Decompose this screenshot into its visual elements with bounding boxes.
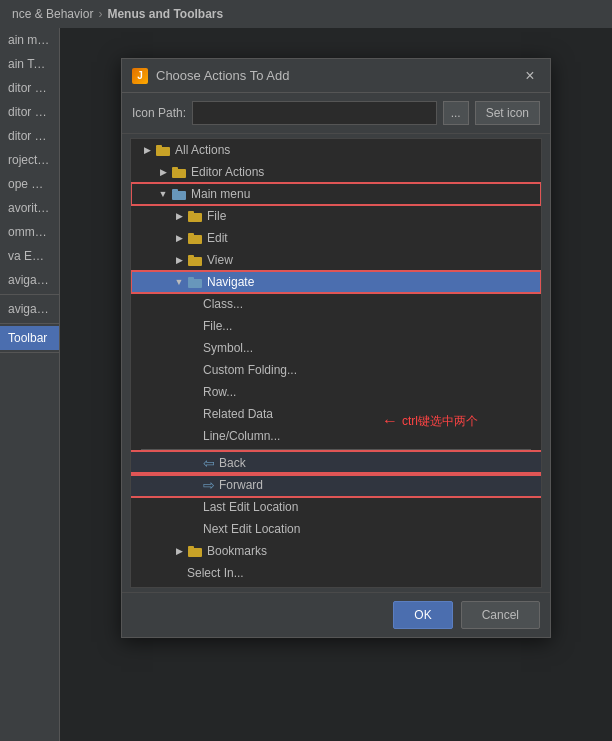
svg-rect-3	[172, 167, 178, 170]
close-button[interactable]: ×	[520, 66, 540, 86]
tree-item-file-item[interactable]: File...	[131, 315, 541, 337]
sidebar-item-1[interactable]: ain Toolb	[0, 52, 59, 76]
tree-item-next-edit[interactable]: Next Edit Location	[131, 518, 541, 540]
breadcrumb: nce & Behavior › Menus and Toolbars	[0, 0, 612, 28]
spacer	[189, 457, 201, 469]
sidebar-item-5[interactable]: roject Vie	[0, 148, 59, 172]
icon-path-input[interactable]	[192, 101, 437, 125]
tree-item-label: All Actions	[175, 143, 230, 157]
tree-item-forward[interactable]: ⇨ Forward	[131, 474, 541, 496]
folder-icon	[171, 164, 187, 180]
spacer	[189, 342, 201, 354]
svg-rect-7	[188, 211, 194, 214]
expand-arrow: ▼	[173, 276, 185, 288]
folder-icon	[171, 186, 187, 202]
tree-item-main-menu[interactable]: ▼ Main menu	[131, 183, 541, 205]
dialog-titlebar: J Choose Actions To Add ×	[122, 59, 550, 93]
sidebar-divider-2	[0, 323, 59, 324]
svg-rect-15	[188, 546, 194, 549]
tree-item-view[interactable]: ▶ View	[131, 249, 541, 271]
tree-item-label: Forward	[219, 478, 263, 492]
tree-item-row[interactable]: Row...	[131, 381, 541, 403]
sidebar-item-4[interactable]: ditor Tab	[0, 124, 59, 148]
svg-rect-2	[172, 169, 186, 178]
sidebar-item-7[interactable]: avorites V	[0, 196, 59, 220]
tree-item-line-column[interactable]: Line/Column...	[131, 425, 541, 447]
sidebar-item-3[interactable]: ditor Gut	[0, 100, 59, 124]
svg-rect-12	[188, 279, 202, 288]
sidebar-item-6[interactable]: ope View	[0, 172, 59, 196]
ok-button[interactable]: OK	[393, 601, 452, 629]
folder-icon	[187, 230, 203, 246]
sidebar-item-9[interactable]: va EE Vie	[0, 244, 59, 268]
tree-item-related-data[interactable]: Related Data	[131, 403, 541, 425]
tree-item-label: File...	[203, 319, 232, 333]
svg-rect-9	[188, 233, 194, 236]
tree-item-all-actions[interactable]: ▶ All Actions	[131, 139, 541, 161]
tree-item-navigate[interactable]: ▼ Navigate	[131, 271, 541, 293]
sidebar-divider-1	[0, 294, 59, 295]
tree-item-last-edit[interactable]: Last Edit Location	[131, 496, 541, 518]
sidebar: ain menu ain Toolb ditor Pop ditor Gut d…	[0, 28, 60, 741]
icon-path-row: Icon Path: ... Set icon	[122, 93, 550, 134]
spacer	[189, 364, 201, 376]
svg-rect-5	[172, 189, 178, 192]
tree-item-label: Edit	[207, 231, 228, 245]
spacer	[189, 430, 201, 442]
icon-path-label: Icon Path:	[132, 106, 186, 120]
expand-arrow: ▶	[157, 166, 169, 178]
sidebar-item-0[interactable]: ain menu	[0, 28, 59, 52]
tree-item-symbol[interactable]: Symbol...	[131, 337, 541, 359]
sidebar-item-8[interactable]: ommande	[0, 220, 59, 244]
svg-rect-6	[188, 213, 202, 222]
folder-icon	[155, 142, 171, 158]
cancel-button[interactable]: Cancel	[461, 601, 540, 629]
spacer	[189, 408, 201, 420]
spacer	[189, 479, 201, 491]
browse-button[interactable]: ...	[443, 101, 469, 125]
tree-item-bookmarks[interactable]: ▶ Bookmarks	[131, 540, 541, 562]
tree-item-label: Next Edit Location	[203, 522, 300, 536]
tree-item-label: Related Data	[203, 407, 273, 421]
tree-item-editor-actions[interactable]: ▶ Editor Actions	[131, 161, 541, 183]
tree-item-label: View	[207, 253, 233, 267]
svg-rect-8	[188, 235, 202, 244]
tree-item-class[interactable]: Class...	[131, 293, 541, 315]
svg-rect-0	[156, 147, 170, 156]
tree-item-label: Editor Actions	[191, 165, 264, 179]
sidebar-item-toolbar[interactable]: Toolbar	[0, 326, 59, 350]
sidebar-divider-3	[0, 352, 59, 353]
tree-item-label: File	[207, 209, 226, 223]
folder-icon	[187, 208, 203, 224]
svg-rect-10	[188, 257, 202, 266]
tree-item-label: Main menu	[191, 187, 250, 201]
tree-item-select-in[interactable]: Select In...	[131, 562, 541, 584]
spacer	[189, 298, 201, 310]
expand-arrow: ▶	[173, 545, 185, 557]
sidebar-item-10[interactable]: avigation	[0, 268, 59, 292]
spacer	[189, 501, 201, 513]
set-icon-button[interactable]: Set icon	[475, 101, 540, 125]
tree-item-edit[interactable]: ▶ Edit	[131, 227, 541, 249]
tree-item-custom-folding[interactable]: Custom Folding...	[131, 359, 541, 381]
folder-icon	[187, 543, 203, 559]
expand-arrow: ▶	[141, 144, 153, 156]
tree-item-label: Navigate	[207, 275, 254, 289]
modal-overlay: J Choose Actions To Add × Icon Path: ...…	[60, 28, 612, 741]
svg-rect-11	[188, 255, 194, 258]
sidebar-item-2[interactable]: ditor Pop	[0, 76, 59, 100]
tree-item-label: Row...	[203, 385, 236, 399]
dialog-footer: OK Cancel	[122, 592, 550, 637]
tree-item-label: Symbol...	[203, 341, 253, 355]
spacer	[189, 320, 201, 332]
spacer	[173, 567, 185, 579]
tree-item-label: Back	[219, 456, 246, 470]
svg-rect-4	[172, 191, 186, 200]
sidebar-item-11[interactable]: avigation	[0, 297, 59, 321]
tree-area[interactable]: ▶ All Actions ▶ Editor Actions ▼	[130, 138, 542, 588]
tree-item-file[interactable]: ▶ File	[131, 205, 541, 227]
tree-item-back[interactable]: ⇦ Back	[131, 452, 541, 474]
main-content: J Choose Actions To Add × Icon Path: ...…	[60, 28, 612, 741]
app-icon: J	[132, 68, 148, 84]
folder-icon	[187, 252, 203, 268]
